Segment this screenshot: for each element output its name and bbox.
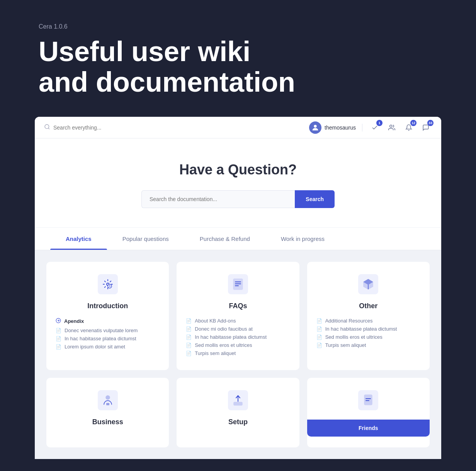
card-icon-faqs (186, 274, 290, 296)
doc-icon: 📄 (186, 334, 192, 340)
check-icon-btn[interactable]: 1 (369, 121, 381, 134)
card-icon-other (316, 274, 420, 296)
doc-icon: 📄 (186, 318, 192, 324)
card-icon-business (56, 390, 160, 412)
chat-icon-btn[interactable]: 33 (420, 121, 432, 134)
search-icon (44, 124, 50, 131)
bell-badge: 12 (410, 120, 416, 126)
list-item: 📄 In hac habitasse platea dictumst (186, 334, 290, 340)
cards-section: Introduction Apendix 📄 Donec venenatis v… (35, 250, 441, 459)
nav-icons: 1 12 33 (369, 121, 432, 134)
svg-point-0 (45, 125, 49, 129)
svg-rect-22 (364, 395, 372, 405)
card-icon-friends (316, 390, 420, 412)
list-item: 📄 Sed mollis eros et ultrices (186, 342, 290, 348)
card-title-faqs: FAQs (186, 302, 290, 310)
users-icon-btn[interactable] (386, 121, 398, 134)
list-item: 📄 Donec mi odio faucibus at (186, 326, 290, 332)
card-business: Business (46, 378, 169, 447)
tabs-container: Analytics Popular questions Purchase & R… (35, 228, 441, 250)
card-faqs: FAQs 📄 About KB Add-ons 📄 Donec mi odio … (177, 262, 299, 370)
check-badge: 1 (376, 120, 382, 126)
tab-analytics[interactable]: Analytics (50, 228, 107, 250)
link-icon (56, 318, 61, 324)
hero-search-bar[interactable]: Search (141, 190, 335, 208)
svg-rect-20 (234, 402, 242, 405)
svg-point-2 (314, 125, 316, 128)
chat-badge: 33 (427, 120, 434, 126)
card-other: Other 📄 Additional Resources 📄 In hac ha… (307, 262, 430, 370)
doc-icon: 📄 (56, 336, 61, 341)
cards-grid: Introduction Apendix 📄 Donec venenatis v… (46, 262, 430, 447)
card-friends: Friends (307, 378, 430, 447)
nav-search-area[interactable] (44, 124, 309, 131)
main-content: Have a Question? Search Analytics Popula… (35, 138, 441, 250)
list-item: 📄 Turpis sem aliquet (316, 342, 420, 348)
card-title-other: Other (316, 302, 420, 310)
doc-icon: 📄 (186, 343, 192, 348)
list-item: 📄 In hac habitasse platea dictumst (316, 326, 420, 332)
nav-divider (362, 124, 362, 131)
nav-search-input[interactable] (53, 125, 138, 131)
card-icon-introduction (56, 274, 160, 296)
card-title-introduction: Introduction (56, 302, 160, 310)
doc-search-input[interactable] (141, 190, 295, 208)
hero-search-title: Have a Question? (42, 162, 434, 178)
doc-icon: 📄 (316, 318, 322, 324)
card-link-apendix[interactable]: Apendix (56, 318, 160, 324)
user-profile[interactable]: themosaurus (309, 121, 356, 134)
nav-right: themosaurus 1 (309, 121, 432, 134)
doc-icon: 📄 (56, 328, 61, 333)
svg-rect-16 (98, 390, 118, 410)
avatar (309, 121, 321, 134)
list-item: 📄 Turpis sem aliquet (186, 350, 290, 356)
hero-search-section: Have a Question? Search (35, 138, 441, 227)
search-button[interactable]: Search (295, 190, 335, 208)
list-item: 📄 Sed mollis eros et ultrices (316, 334, 420, 340)
svg-rect-18 (106, 403, 109, 405)
doc-icon: 📄 (316, 326, 322, 332)
card-title-setup: Setup (186, 418, 290, 426)
app-container: themosaurus 1 (35, 117, 441, 459)
svg-point-3 (390, 125, 392, 127)
top-nav: themosaurus 1 (35, 117, 441, 138)
doc-icon: 📄 (56, 344, 61, 350)
svg-line-1 (48, 128, 49, 129)
doc-icon: 📄 (316, 334, 322, 340)
list-item: 📄 Lorem ipsum dolor sit amet (56, 344, 160, 350)
apendix-label: Apendix (64, 318, 84, 324)
svg-rect-4 (98, 274, 118, 294)
doc-icon: 📄 (316, 343, 322, 348)
doc-icon: 📄 (186, 351, 192, 356)
tab-popular-questions[interactable]: Popular questions (107, 228, 184, 250)
list-item: 📄 In hac habitasse platea dictumst (56, 336, 160, 341)
card-bottom-friends[interactable]: Friends (307, 420, 430, 437)
card-title-business: Business (56, 418, 160, 426)
hero-section: Cera 1.0.6 Useful user wiki and document… (0, 0, 476, 117)
bell-icon-btn[interactable]: 12 (403, 121, 415, 134)
doc-icon: 📄 (186, 326, 192, 332)
version-label: Cera 1.0.6 (39, 23, 437, 30)
card-icon-setup (186, 390, 290, 412)
tabs-section: Analytics Popular questions Purchase & R… (35, 227, 441, 250)
hero-title: Useful user wiki and documentation (39, 36, 437, 97)
tab-work-in-progress[interactable]: Work in progress (265, 228, 340, 250)
card-introduction: Introduction Apendix 📄 Donec venenatis v… (46, 262, 169, 370)
username: themosaurus (325, 125, 356, 131)
card-setup: Setup (177, 378, 299, 447)
list-item: 📄 About KB Add-ons (186, 318, 290, 324)
list-item: 📄 Additional Resources (316, 318, 420, 324)
tab-purchase-refund[interactable]: Purchase & Refund (184, 228, 265, 250)
svg-point-17 (106, 396, 110, 399)
list-item: 📄 Donec venenatis vulputate lorem (56, 328, 160, 333)
